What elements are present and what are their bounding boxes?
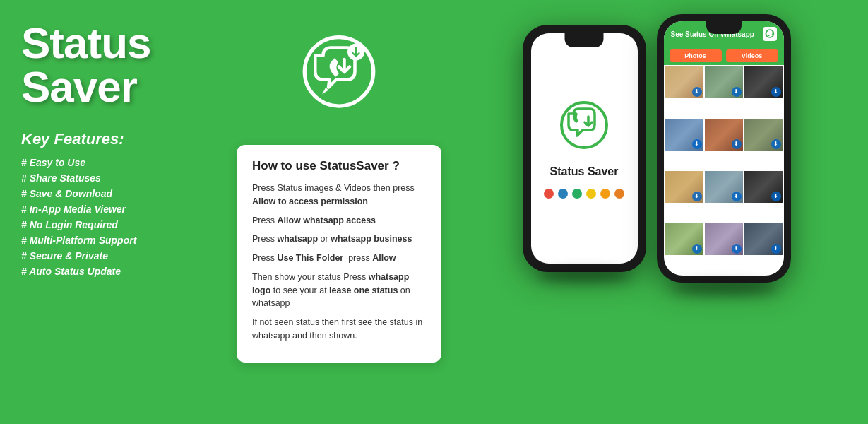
card-title: How to use StatusSaver ? bbox=[252, 159, 426, 173]
gallery-cell-3 bbox=[744, 66, 783, 98]
dot-blue bbox=[558, 189, 568, 199]
gallery-grid bbox=[664, 65, 784, 276]
feature-item: # Secure & Private bbox=[21, 250, 219, 261]
phone1-app-icon bbox=[556, 98, 612, 155]
feature-list: # Easy to Use # Share Statuses # Save & … bbox=[21, 157, 219, 277]
gallery-cell-5 bbox=[705, 119, 743, 151]
phone2-body: See Status On Whatsapp Photos Videos bbox=[657, 14, 791, 283]
card-step-5: Then show your status Press whatsapp log… bbox=[252, 271, 426, 310]
key-features-title: Key Features: bbox=[21, 130, 219, 148]
phone1-content: Status Saver bbox=[544, 98, 624, 199]
phones-section: Status Saver bbox=[466, 14, 847, 283]
phone1-shadow bbox=[538, 269, 630, 283]
main-container: Status Saver Key Features: # Easy to Use… bbox=[0, 0, 868, 424]
phone1-body: Status Saver bbox=[523, 25, 646, 272]
feature-item: # Save & Download bbox=[21, 188, 219, 199]
gallery-cell-11 bbox=[705, 223, 743, 255]
feature-item: # Auto Status Update bbox=[21, 266, 219, 277]
dot-red bbox=[544, 189, 554, 199]
feature-item: # In-App Media Viewer bbox=[21, 204, 219, 215]
dot-yellow2 bbox=[600, 189, 610, 199]
card-step-6: If not seen status then first see the st… bbox=[252, 316, 426, 343]
left-section: Status Saver Key Features: # Easy to Use… bbox=[21, 14, 219, 281]
phone1-container: Status Saver bbox=[523, 25, 646, 272]
phone2-screen: See Status On Whatsapp Photos Videos bbox=[664, 21, 784, 276]
middle-section: How to use StatusSaver ? Press Status im… bbox=[226, 14, 452, 363]
phone1-screen: Status Saver bbox=[531, 33, 638, 264]
phone1-app-name: Status Saver bbox=[550, 165, 619, 178]
phone2-notch bbox=[706, 21, 742, 34]
card-step-4: Press Use This Folder press Allow bbox=[252, 252, 426, 265]
dot-green bbox=[572, 189, 582, 199]
gallery-cell-2 bbox=[705, 66, 743, 98]
gallery-cell-10 bbox=[665, 223, 703, 255]
phone2-shadow bbox=[671, 281, 777, 295]
app-header-icon bbox=[763, 27, 777, 41]
key-features-section: Key Features: # Easy to Use # Share Stat… bbox=[21, 130, 219, 277]
gallery-cell-9 bbox=[744, 171, 783, 203]
gallery-cell-7 bbox=[665, 171, 703, 203]
dot-yellow1 bbox=[586, 189, 596, 199]
feature-item: # No Login Required bbox=[21, 219, 219, 230]
how-to-use-card: How to use StatusSaver ? Press Status im… bbox=[237, 145, 441, 363]
phone1-dots bbox=[544, 189, 624, 199]
whatsapp-icon-container bbox=[283, 18, 396, 131]
tab-bar: Photos Videos bbox=[664, 47, 784, 65]
feature-item: # Multi-Platform Support bbox=[21, 235, 219, 246]
gallery-cell-12 bbox=[744, 223, 783, 255]
phone2-container: See Status On Whatsapp Photos Videos bbox=[657, 14, 791, 283]
card-step-3: Press whatsapp or whatsapp business bbox=[252, 232, 426, 246]
gallery-cell-6 bbox=[744, 119, 783, 151]
tab-photos[interactable]: Photos bbox=[670, 49, 722, 62]
gallery-cell-8 bbox=[705, 171, 743, 203]
gallery-cell-4 bbox=[665, 119, 703, 151]
app-title: Status Saver bbox=[21, 21, 219, 109]
card-step-1: Press Status images & Videos then press … bbox=[252, 182, 426, 208]
card-step-2: Press Allow whatsapp access bbox=[252, 214, 426, 228]
whatsapp-download-icon bbox=[297, 32, 381, 117]
feature-item: # Share Statuses bbox=[21, 172, 219, 184]
feature-item: # Easy to Use bbox=[21, 157, 219, 168]
dot-orange bbox=[614, 189, 624, 199]
tab-videos[interactable]: Videos bbox=[726, 49, 778, 62]
gallery-cell-1 bbox=[665, 66, 703, 98]
phone1-notch bbox=[565, 33, 604, 47]
